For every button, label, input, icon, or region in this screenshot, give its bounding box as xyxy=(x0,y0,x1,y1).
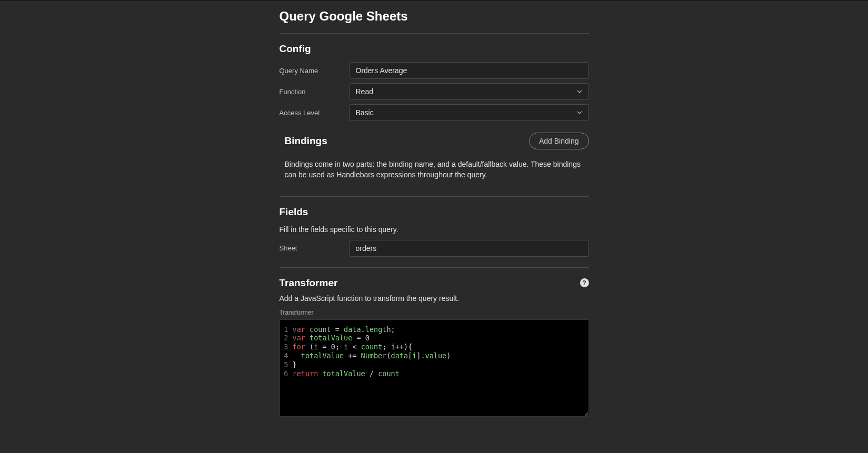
transformer-description: Add a JavaScript function to transform t… xyxy=(280,294,589,303)
add-binding-button[interactable]: Add Binding xyxy=(529,133,589,149)
config-heading: Config xyxy=(280,43,589,55)
code-line: 2var totalValue = 0 xyxy=(280,334,588,343)
code-line: 6return totalValue / count xyxy=(280,369,588,378)
query-name-input[interactable] xyxy=(349,62,589,79)
line-number: 5 xyxy=(280,360,293,369)
divider xyxy=(280,267,589,268)
transformer-code-editor[interactable]: 1var count = data.length;2var totalValue… xyxy=(280,319,589,417)
access-level-row: Access Level Basic xyxy=(280,104,589,121)
line-number: 6 xyxy=(280,369,293,378)
bindings-heading: Bindings xyxy=(285,135,327,147)
code-line: 3for (i = 0; i < count; i++){ xyxy=(280,343,588,351)
fields-heading: Fields xyxy=(280,206,589,218)
access-level-label: Access Level xyxy=(280,109,349,117)
line-number: 2 xyxy=(280,334,293,343)
line-number: 1 xyxy=(280,325,293,334)
access-level-select[interactable]: Basic xyxy=(349,104,589,121)
fields-description: Fill in the fields specific to this quer… xyxy=(280,225,589,234)
help-icon[interactable]: ? xyxy=(580,278,589,287)
bindings-description: Bindings come in two parts: the binding … xyxy=(285,159,589,180)
page-title: Query Google Sheets xyxy=(280,9,589,24)
sheet-input[interactable] xyxy=(349,240,589,257)
sheet-label: Sheet xyxy=(280,244,349,252)
function-row: Function Read xyxy=(280,83,589,100)
transformer-heading: Transformer xyxy=(280,277,338,289)
resize-handle-icon[interactable] xyxy=(582,410,587,415)
sheet-row: Sheet xyxy=(280,240,589,257)
code-line: 1var count = data.length; xyxy=(280,325,588,334)
query-editor: Query Google Sheets Config Query Name Fu… xyxy=(280,1,589,432)
code-line: 4 totalValue += Number(data[i].value) xyxy=(280,351,588,360)
transformer-label: Transformer xyxy=(280,309,589,316)
bindings-section: Bindings Add Binding Bindings come in tw… xyxy=(280,133,589,180)
line-number: 4 xyxy=(280,351,293,360)
divider xyxy=(280,196,589,197)
function-select[interactable]: Read xyxy=(349,83,589,100)
query-name-row: Query Name xyxy=(280,62,589,79)
function-label: Function xyxy=(280,88,349,96)
divider xyxy=(280,33,589,34)
query-name-label: Query Name xyxy=(280,67,349,75)
line-number: 3 xyxy=(280,343,293,351)
code-line: 5} xyxy=(280,360,588,369)
